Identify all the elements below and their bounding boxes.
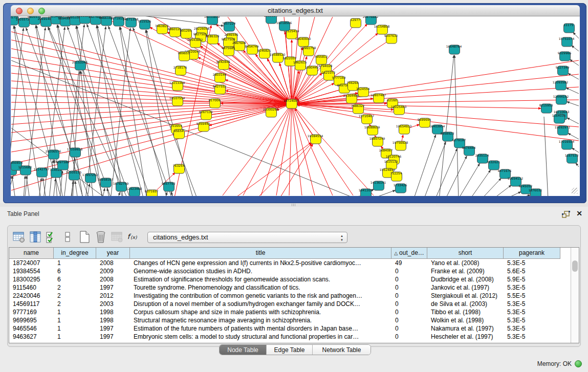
graph-node[interactable]: 11175 bbox=[563, 23, 574, 33]
graph-node[interactable]: 14136141 bbox=[371, 181, 386, 190]
graph-node[interactable]: 7857224 bbox=[222, 21, 236, 31]
graph-node[interactable]: 1990445 bbox=[305, 65, 319, 75]
graph-node[interactable]: 7515526 bbox=[138, 19, 151, 29]
graph-node[interactable]: 17016504 bbox=[559, 140, 575, 149]
new-document-icon[interactable] bbox=[77, 230, 91, 244]
graph-node[interactable]: 16543862 bbox=[187, 38, 203, 48]
graph-node[interactable]: 1641205 bbox=[359, 188, 373, 196]
network-table-select[interactable]: citations_edges.txt ▲▼ bbox=[147, 232, 347, 243]
panel-splitter[interactable] bbox=[0, 203, 588, 207]
graph-node[interactable]: 8454749 bbox=[245, 45, 259, 54]
graph-node[interactable]: 7986322 bbox=[351, 104, 365, 114]
graph-node[interactable]: 1733426 bbox=[394, 183, 407, 193]
graph-node[interactable]: 8267130 bbox=[199, 110, 213, 120]
table-row[interactable]: 969969511998Structural magnetic resonanc… bbox=[9, 316, 571, 324]
graph-node[interactable]: 19756928 bbox=[393, 141, 408, 150]
import-table-disabled-icon[interactable] bbox=[110, 230, 124, 244]
graph-node[interactable]: 25300295 bbox=[263, 107, 279, 117]
graph-node[interactable]: 1876032 bbox=[529, 188, 542, 196]
table-row[interactable]: 946554611997Estimation of the future num… bbox=[9, 324, 571, 333]
graph-node[interactable]: 8813054 bbox=[264, 16, 278, 24]
clear-selection-icon[interactable] bbox=[61, 230, 75, 244]
graph-node[interactable]: 14671358 bbox=[123, 17, 139, 27]
tab-node-table[interactable]: Node Table bbox=[220, 345, 267, 355]
column-header-name[interactable]: name bbox=[9, 248, 54, 259]
graph-node[interactable]: 12142757 bbox=[34, 167, 50, 177]
column-header-short[interactable]: short bbox=[427, 248, 504, 259]
function-builder-icon[interactable]: f(x) bbox=[126, 230, 140, 244]
column-header-out_de[interactable]: △out_de… bbox=[391, 248, 427, 259]
vertical-scrollbar[interactable] bbox=[571, 248, 579, 343]
graph-node[interactable]: 16033809 bbox=[204, 16, 220, 25]
network-canvas[interactable]: 1872400774638228860128891295282260589827… bbox=[11, 16, 580, 196]
graph-node[interactable]: 19218506 bbox=[276, 21, 292, 31]
graph-node[interactable]: 15692971 bbox=[555, 125, 571, 135]
graph-node[interactable]: 8215953 bbox=[539, 103, 553, 113]
table-row[interactable]: 977716911998Corpus callosum shape and si… bbox=[9, 308, 571, 316]
graph-node[interactable]: 7955812 bbox=[314, 55, 328, 64]
graph-node[interactable]: 9207632 bbox=[384, 34, 398, 43]
column-header-title[interactable]: title bbox=[130, 248, 391, 259]
graph-node[interactable]: 9457793 bbox=[162, 182, 176, 191]
graph-node[interactable]: 15751074 bbox=[559, 37, 575, 47]
table-row[interactable]: 2242004622012Investigating the contribut… bbox=[9, 292, 571, 300]
graph-node[interactable]: 19654923 bbox=[396, 124, 412, 134]
scrollbar-thumb[interactable] bbox=[572, 260, 578, 272]
table-row[interactable]: 1938455462009Genome-wide association stu… bbox=[9, 267, 571, 275]
graph-node[interactable]: 95654 bbox=[173, 129, 184, 139]
graph-node[interactable]: 2718176 bbox=[173, 65, 187, 75]
graph-node[interactable]: 15720407 bbox=[359, 114, 375, 124]
table-row[interactable]: 1456911722003Disruption of a novel membe… bbox=[9, 300, 571, 308]
graph-node[interactable]: 8371657 bbox=[145, 189, 159, 196]
graph-node[interactable]: 817006 bbox=[209, 98, 221, 108]
graph-node[interactable]: 16648784 bbox=[446, 45, 462, 54]
graph-node[interactable]: 9242848 bbox=[216, 60, 230, 70]
graph-node[interactable]: 12977 bbox=[350, 18, 361, 28]
graph-node[interactable]: 10807487 bbox=[371, 93, 386, 103]
graph-node[interactable]: 752254 bbox=[390, 171, 402, 181]
graph-node[interactable]: 19384554 bbox=[308, 134, 323, 144]
table-row[interactable]: 1872400712008Changes of HCN gene express… bbox=[9, 259, 571, 267]
graph-node[interactable]: 763254 bbox=[173, 164, 185, 173]
close-panel-icon[interactable]: ✕ bbox=[575, 209, 583, 217]
float-panel-icon[interactable] bbox=[562, 211, 570, 218]
graph-node[interactable]: 20153346 bbox=[72, 60, 88, 70]
graph-node[interactable]: 9097588 bbox=[56, 160, 70, 170]
graph-node[interactable]: 20206576 bbox=[46, 149, 61, 159]
tab-network-table[interactable]: Network Table bbox=[313, 345, 371, 355]
graph-node[interactable]: 12505135 bbox=[66, 170, 82, 180]
graph-node[interactable]: 9329966 bbox=[558, 51, 572, 61]
graph-node[interactable]: 8860128 bbox=[168, 27, 182, 37]
graph-node[interactable]: 16154808 bbox=[374, 25, 390, 34]
graph-node[interactable]: 18807249 bbox=[369, 137, 385, 146]
graph-node[interactable]: 891295 bbox=[180, 29, 192, 38]
graph-node[interactable]: 1215682 bbox=[18, 165, 32, 175]
show-columns-icon[interactable] bbox=[28, 230, 42, 244]
graph-node[interactable]: 1164035 bbox=[552, 114, 566, 123]
graph-node[interactable]: 9474444 bbox=[462, 146, 476, 156]
graph-node[interactable]: 9227349 bbox=[556, 65, 570, 75]
table-settings-icon[interactable] bbox=[12, 230, 26, 244]
graph-node[interactable]: 8427552 bbox=[213, 84, 227, 94]
column-header-year[interactable]: year bbox=[96, 248, 130, 259]
graph-node[interactable]: 8186328 bbox=[206, 34, 220, 44]
graph-node[interactable]: 7463822 bbox=[155, 24, 169, 34]
graph-node[interactable]: 18640910 bbox=[295, 37, 311, 47]
column-header-in_degree[interactable]: in_degree bbox=[54, 248, 96, 259]
graph-node[interactable]: 10688609 bbox=[364, 125, 380, 135]
graph-node[interactable]: 9875685 bbox=[222, 46, 235, 56]
window-titlebar[interactable]: citations_edges.txt bbox=[11, 5, 580, 16]
graph-node[interactable]: 12213369 bbox=[169, 81, 185, 91]
graph-node[interactable]: 17957253 bbox=[82, 173, 98, 183]
table-row[interactable]: 1830029562008Estimation of significance … bbox=[9, 275, 571, 283]
table-row[interactable]: 946362711997Embryonic stem cells: a mode… bbox=[9, 333, 571, 341]
canvas-resize-grip[interactable] bbox=[572, 188, 578, 194]
graph-node[interactable]: 18107554 bbox=[169, 96, 185, 106]
delete-table-icon[interactable] bbox=[94, 230, 107, 244]
graph-node[interactable]: 9146821 bbox=[257, 49, 271, 58]
graph-node[interactable]: 989653 bbox=[178, 51, 190, 61]
graph-node[interactable]: 12444152 bbox=[553, 95, 569, 104]
graph-node[interactable]: 1167533 bbox=[565, 154, 579, 163]
graph-node[interactable]: 2803144 bbox=[213, 73, 227, 82]
column-header-pagerank[interactable]: pagerank bbox=[504, 248, 560, 259]
